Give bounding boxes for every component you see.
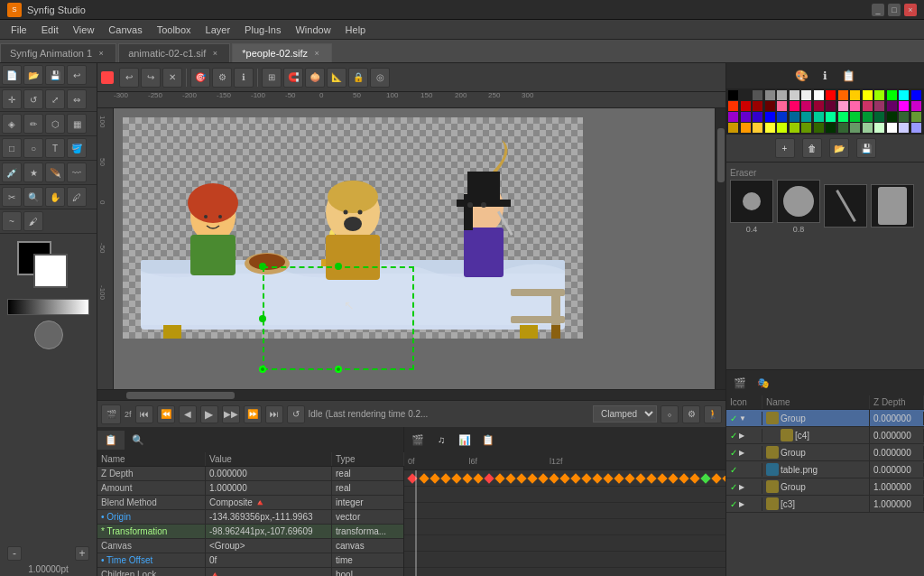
playback-prev[interactable]: ◀ [179,405,197,423]
palette-color-19[interactable] [765,101,775,111]
layer-expand-icon-5[interactable]: ▶ [739,500,744,508]
layer-expand-icon-0[interactable]: ▼ [739,414,746,423]
palette-add-btn[interactable]: + [775,138,795,158]
prop-value-amount[interactable]: 1.000000 [206,481,332,495]
palette-color-44[interactable] [874,112,884,122]
layer-check-3[interactable]: ✓ [726,463,762,477]
palette-color-59[interactable] [863,123,873,133]
keyframe-5[interactable] [462,473,472,483]
keyframe-28[interactable] [711,473,721,483]
palette-color-11[interactable] [863,90,873,100]
keyframe-11[interactable] [527,473,537,483]
layer-check-4[interactable]: ✓ ▶ [726,480,762,494]
palette-color-15[interactable] [911,90,921,100]
handle-bc[interactable] [335,366,342,373]
tool-undo[interactable]: ↩ [67,65,87,85]
keyframe-21[interactable] [635,473,645,483]
palette-color-37[interactable] [790,112,799,122]
keyframe-8[interactable] [494,473,504,483]
palette-color-63[interactable] [911,123,921,133]
scrollbar-thumb-h[interactable] [126,392,235,399]
keyframe-6[interactable] [473,473,483,483]
layer-check-1[interactable]: ✓ ▶ [726,429,762,442]
gradient-bar[interactable] [7,299,89,315]
palette-tab-info[interactable]: ℹ [816,66,836,86]
tool-star[interactable]: ★ [23,163,43,182]
canvas-viewport[interactable]: ↖ [114,108,715,389]
layer-name-2[interactable]: Group [762,444,870,460]
palette-color-60[interactable] [874,123,884,133]
keyframe-25[interactable] [679,473,688,483]
canvas-tool-2[interactable]: ↪ [141,68,161,88]
keyframe-7[interactable] [484,473,494,483]
brush-preset-thumb-3[interactable] [824,184,867,228]
properties-tab-params[interactable]: 📋 [97,431,125,450]
minimize-button[interactable]: _ [872,4,884,16]
keyframe-24[interactable] [668,473,678,483]
tab-people[interactable]: *people-02.sifz × [232,43,332,62]
tool-mirror[interactable]: ⇔ [67,89,87,109]
palette-color-30[interactable] [899,101,909,111]
tool-plus[interactable]: + [75,546,89,561]
prop-value-transformation[interactable]: -98.962441px,-107.69609 [206,525,332,538]
keyframe-12[interactable] [538,473,548,483]
keyframe-13[interactable] [549,473,559,483]
palette-color-34[interactable] [753,112,762,122]
palette-color-5[interactable] [790,90,799,100]
layers-tab-1[interactable]: 🎬 [730,373,750,393]
properties-tab-search[interactable]: 🔍 [125,431,152,450]
playback-end[interactable]: ⏭ [265,405,283,423]
palette-color-0[interactable] [728,90,738,100]
tab-animation1[interactable]: Synfig Animation 1 × [0,43,116,62]
canvas-info[interactable]: ℹ [234,68,254,88]
menu-help[interactable]: Help [338,23,374,37]
menu-window[interactable]: Window [288,23,337,37]
tab-close-people[interactable]: × [311,48,322,59]
palette-color-3[interactable] [765,90,775,100]
canvas-onion[interactable]: 🧅 [305,68,325,88]
palette-color-18[interactable] [753,101,762,111]
keyframe-14[interactable] [559,473,569,483]
palette-color-7[interactable] [814,90,824,100]
canvas-grid[interactable]: ⊞ [262,68,282,88]
canvas-settings[interactable]: ⚙ [212,68,232,88]
palette-color-28[interactable] [874,101,884,111]
playback-record[interactable]: 🎬 [101,404,121,424]
clamp-select[interactable]: Clamped [593,405,657,423]
close-button[interactable]: × [904,4,917,16]
palette-color-22[interactable] [801,101,811,111]
color-swatch[interactable] [34,321,63,349]
tool-open[interactable]: 📂 [23,65,43,85]
scrollbar-horizontal[interactable] [97,389,725,400]
palette-color-58[interactable] [850,123,860,133]
keyframe-23[interactable] [657,473,667,483]
tool-fill[interactable]: 🪣 [67,138,87,158]
layer-name-4[interactable]: Group [762,478,870,495]
palette-color-57[interactable] [838,123,848,133]
tool-scale[interactable]: ⤢ [45,89,65,109]
palette-color-42[interactable] [850,112,860,122]
keyframe-17[interactable] [592,473,602,483]
tool-polygon[interactable]: ⬡ [45,114,65,134]
brush-preset-thumb-4[interactable] [871,184,914,228]
tool-feather[interactable]: 🪶 [45,163,65,182]
palette-color-25[interactable] [838,101,848,111]
palette-color-40[interactable] [826,112,836,122]
tab-animatic[interactable]: animatic-02-c1.sif × [118,43,230,62]
tool-warp[interactable]: 〰 [67,163,87,182]
palette-color-52[interactable] [777,123,787,133]
palette-color-46[interactable] [899,112,909,122]
tool-text[interactable]: T [45,138,65,158]
timeline-tab-3[interactable]: 📊 [455,430,475,450]
timeline-tab-2[interactable]: ♫ [431,430,451,450]
layer-expand-icon-2[interactable]: ▶ [739,449,744,457]
palette-color-24[interactable] [826,101,836,111]
menu-plugins[interactable]: Plug-Ins [237,23,288,37]
palette-del-btn[interactable]: 🗑 [802,138,822,158]
layer-row-5[interactable]: ✓ ▶ [c3] 1.000000 [726,496,924,513]
playback-setting3[interactable]: 🚶 [704,405,722,423]
playback-play[interactable]: ▶ [200,405,218,423]
palette-color-38[interactable] [801,112,811,122]
prop-value-childlock[interactable]: 🔺 [206,568,332,576]
palette-color-10[interactable] [850,90,860,100]
